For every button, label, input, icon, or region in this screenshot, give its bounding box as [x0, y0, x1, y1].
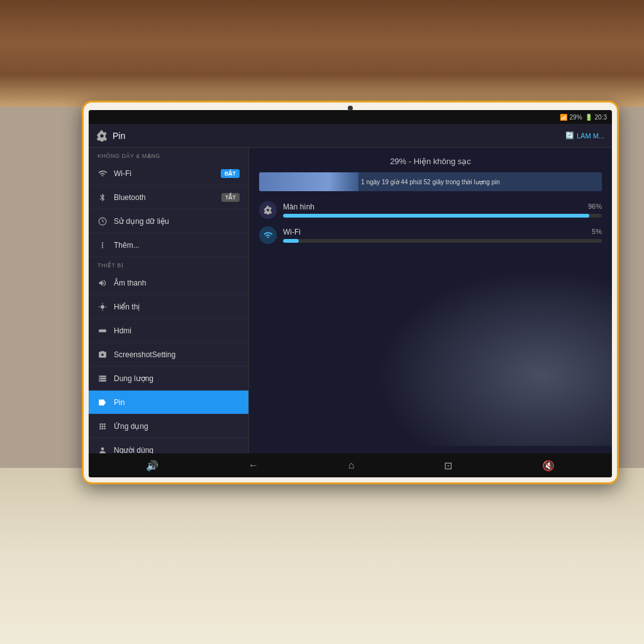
sidebar-item-sound[interactable]: Âm thanh	[89, 271, 248, 295]
status-bar-icons: 📶 29% 🔋 20:3	[560, 114, 607, 121]
wifi-usage-icon	[259, 226, 277, 244]
sidebar-item-screenshot[interactable]: ScreenshotSetting	[89, 343, 248, 367]
screenshot-icon	[97, 350, 108, 360]
screen-usage-icon	[259, 201, 277, 219]
screen-content: Pin 🔄 LÀM M... KHÔNG DÂY & MẠNG	[89, 124, 612, 477]
more-icon	[97, 240, 108, 250]
floor-surface	[0, 468, 644, 644]
wifi-usage-header: Wi-Fi 5%	[283, 228, 602, 236]
bluetooth-icon	[97, 192, 108, 203]
battery-percent: 29%	[570, 114, 582, 121]
refresh-icon: 🔄	[565, 131, 574, 140]
display-label: Hiển thị	[114, 303, 240, 311]
storage-icon	[97, 374, 108, 384]
refresh-button[interactable]: 🔄 LÀM M...	[565, 131, 604, 140]
wifi-usage-details: Wi-Fi 5%	[283, 228, 602, 243]
data-usage-icon	[97, 216, 108, 226]
wifi-usage-bar-bg	[283, 239, 602, 243]
battery-nav-icon	[97, 397, 108, 408]
hdmi-icon	[97, 326, 108, 336]
top-bar: Pin 🔄 LÀM M...	[89, 124, 612, 148]
tablet-screen: 📶 29% 🔋 20:3 Pin 🔄	[89, 110, 612, 477]
svg-rect-1	[99, 329, 106, 332]
wifi-toggle[interactable]: BẬT	[221, 169, 240, 178]
sound-label: Âm thanh	[114, 279, 240, 287]
volume-button[interactable]: 🔊	[136, 457, 169, 474]
wifi-icon	[97, 169, 108, 179]
wifi-label: Wi-Fi	[114, 169, 214, 178]
sidebar-item-apps[interactable]: Ứng dụng	[89, 414, 248, 438]
more-label: Thêm...	[114, 241, 240, 250]
sidebar-item-bluetooth[interactable]: Bluetooth TẮT	[89, 186, 248, 209]
sidebar: KHÔNG DÂY & MẠNG Wi-Fi BẬT	[89, 148, 249, 453]
sidebar-item-hdmi[interactable]: Hdmi	[89, 319, 248, 343]
section-header-wireless: KHÔNG DÂY & MẠNG	[89, 148, 248, 162]
nav-bar: 🔊 ← ⌂ ⊡ 🔇	[89, 453, 612, 477]
hdmi-label: Hdmi	[114, 326, 240, 335]
mute-button[interactable]: 🔇	[532, 457, 565, 474]
time-display: 20:3	[595, 114, 607, 121]
sidebar-item-display[interactable]: Hiển thị	[89, 295, 248, 319]
section-header-device: THIẾT BỊ	[89, 257, 248, 271]
page-title: Pin	[113, 131, 125, 141]
camera-dot	[348, 106, 353, 111]
users-icon	[97, 445, 108, 454]
sound-icon	[97, 278, 108, 288]
photo-background: 📶 29% 🔋 20:3 Pin 🔄	[0, 0, 644, 644]
main-layout: KHÔNG DÂY & MẠNG Wi-Fi BẬT	[89, 148, 612, 453]
battery-icon: 🔋	[585, 114, 592, 121]
sidebar-item-wifi[interactable]: Wi-Fi BẬT	[89, 162, 248, 186]
data-usage-label: Sử dụng dữ liệu	[114, 217, 240, 226]
usage-item-screen[interactable]: Màn hình 96%	[259, 201, 602, 219]
screenshot-label: ScreenshotSetting	[114, 350, 240, 359]
screen-usage-percent: 96%	[588, 203, 602, 211]
wifi-usage-percent: 5%	[592, 228, 602, 236]
users-label: Người dùng	[114, 446, 240, 454]
sidebar-item-data-usage[interactable]: Sử dụng dữ liệu	[89, 209, 248, 233]
sidebar-item-more[interactable]: Thêm...	[89, 233, 248, 257]
screen-usage-bar-fill	[283, 214, 589, 218]
battery-status-text: 29% - Hiện không sạc	[259, 157, 602, 166]
screen-reflection	[377, 269, 612, 446]
screen-usage-name: Màn hình	[283, 203, 314, 211]
usage-item-wifi[interactable]: Wi-Fi 5%	[259, 226, 602, 244]
battery-label: Pin	[114, 398, 240, 407]
wifi-status-icon: 📶	[560, 114, 567, 121]
bluetooth-label: Bluetooth	[114, 193, 215, 202]
battery-bar-container: 1 ngày 19 giờ 44 phút 52 giây trong thời…	[259, 172, 602, 191]
display-icon	[97, 302, 108, 312]
tablet-frame: 📶 29% 🔋 20:3 Pin 🔄	[82, 101, 619, 484]
storage-label: Dung lượng	[114, 374, 240, 383]
apps-label: Ứng dụng	[114, 422, 240, 431]
home-button[interactable]: ⌂	[338, 457, 365, 474]
wood-surface	[0, 0, 644, 107]
content-panel: 29% - Hiện không sạc 1 ngày 19 giờ 44 ph…	[249, 148, 612, 453]
screen-usage-details: Màn hình 96%	[283, 203, 602, 218]
recents-button[interactable]: ⊡	[434, 457, 462, 474]
screen-usage-header: Màn hình 96%	[283, 203, 602, 211]
back-button[interactable]: ←	[238, 457, 269, 474]
status-bar: 📶 29% 🔋 20:3	[89, 110, 612, 124]
refresh-label: LÀM M...	[577, 132, 604, 140]
battery-bar-label: 1 ngày 19 giờ 44 phút 52 giây trong thời…	[259, 179, 602, 186]
settings-gear-icon	[96, 130, 108, 142]
bluetooth-toggle[interactable]: TẮT	[221, 193, 240, 202]
sidebar-item-battery[interactable]: Pin	[89, 391, 248, 414]
page-title-area: Pin	[96, 130, 125, 142]
screen-usage-bar-bg	[283, 214, 602, 218]
sidebar-item-users[interactable]: Người dùng	[89, 438, 248, 453]
wifi-usage-bar-fill	[283, 239, 299, 243]
wifi-usage-name: Wi-Fi	[283, 228, 301, 236]
apps-icon	[97, 421, 108, 431]
sidebar-item-storage[interactable]: Dung lượng	[89, 367, 248, 391]
